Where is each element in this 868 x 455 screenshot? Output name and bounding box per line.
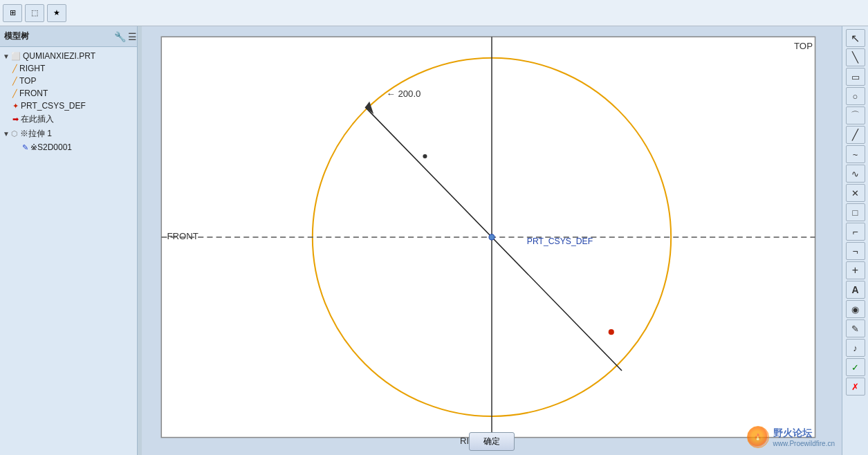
front-plane-icon: ╱ [12,89,17,98]
text-tool-btn[interactable]: A [846,281,865,299]
csys-label: PRT_CSYS_DEF [21,101,86,111]
tree-settings-icon[interactable]: 🔧 [114,31,126,42]
watermark-logo: 🔥 [747,426,769,448]
extrude-label: ※拉伸 1 [20,128,52,140]
curve-tool-btn[interactable]: ∿ [846,165,865,183]
label-prt-csys: PRT_CSYS_DEF [527,236,593,246]
spline1-tool-btn[interactable]: ╱ [846,126,865,144]
right-toolbar: ↖ ╲ ▭ ○ ⌒ ╱ ~ ∿ ✕ □ ⌐ ⌐ + A ◉ ✎ ♪ ✓ ✗ [842,26,868,455]
label-front: FRONT [167,231,198,241]
select-tool-btn[interactable]: ↖ [846,29,865,47]
watermark-logo-text: 🔥 [754,434,761,440]
tree-item-extrude[interactable]: ▼ ⬡ ※拉伸 1 [0,127,141,141]
plus-tool-btn[interactable]: + [846,261,865,279]
label-top: TOP [794,41,813,51]
insert-icon: ➡ [12,115,19,124]
tree-item-csys[interactable]: ✦ PRT_CSYS_DEF [0,100,141,112]
palette-tool-btn[interactable]: ◉ [846,300,865,318]
wave-tool-btn[interactable]: ♪ [846,339,865,357]
toolbar-grid-btn[interactable]: ⊞ [3,4,22,22]
spline2-tool-btn[interactable]: ~ [846,145,865,163]
top-toolbar: ⊞ ⬚ ★ [0,0,868,26]
edit-tool-btn[interactable]: ✎ [846,319,865,337]
tree-item-right[interactable]: ╱ RIGHT [0,62,141,75]
dimension-label: ← 200.0 [387,89,421,99]
tree-content: ▼ ⬜ QUMIANXIEZI.PRT ╱ RIGHT ╱ TOP ╱ FRON… [0,47,141,455]
top-label: TOP [19,76,36,86]
confirm-button[interactable]: 确定 [469,432,515,451]
root-label: QUMIANXIEZI.PRT [23,51,95,61]
drawing-svg: TOP RIGHT FRONT PRT_CSYS_DEF ← 200.0 [142,26,842,455]
canvas-area: TOP RIGHT FRONT PRT_CSYS_DEF ← 200.0 [142,26,842,455]
arc-tool-btn[interactable]: ⌒ [846,106,865,124]
left-sidebar: 模型树 🔧 ☰ ▼ ⬜ QUMIANXIEZI.PRT ╱ RIGHT [0,26,142,455]
extrude-icon: ⬡ [11,129,18,138]
bracket1-tool-btn[interactable]: ⌐ [846,223,865,241]
insert-label: 在此插入 [21,113,54,125]
line-tool-btn[interactable]: ╲ [846,48,865,66]
svg-point-7 [423,154,427,158]
tree-menu-icon[interactable]: ☰ [128,31,137,42]
main-layout: 模型树 🔧 ☰ ▼ ⬜ QUMIANXIEZI.PRT ╱ RIGHT [0,26,868,455]
expand-root: ▼ [3,53,10,60]
bracket2-tool-btn[interactable]: ⌐ [846,242,865,260]
svg-rect-0 [161,37,815,437]
tree-item-front[interactable]: ╱ FRONT [0,87,141,100]
close-tool-btn[interactable]: ✗ [846,378,865,396]
expand-extrude: ▼ [3,130,10,138]
sketch-icon: ✎ [22,143,28,152]
sidebar-resize-handle[interactable] [137,26,142,455]
circle-tool-btn[interactable]: ○ [846,87,865,105]
tree-item-top[interactable]: ╱ TOP [0,75,141,87]
bottom-btn-area: 确定 [469,432,515,451]
watermark: 🔥 野火论坛 www.Proewildfire.cn [747,426,835,448]
svg-point-5 [489,234,495,240]
cross-tool-btn[interactable]: ✕ [846,184,865,202]
watermark-url: www.Proewildfire.cn [773,440,835,447]
front-label: FRONT [19,89,48,98]
top-plane-icon: ╱ [12,77,17,86]
sketch-label: ※S2D0001 [30,142,72,152]
watermark-text-block: 野火论坛 www.Proewildfire.cn [773,427,835,447]
watermark-site: 野火论坛 [773,427,835,440]
toolbar-star-btn[interactable]: ★ [47,4,66,22]
tree-header-label: 模型树 [4,30,29,42]
check-tool-btn[interactable]: ✓ [846,358,865,376]
svg-point-6 [609,329,614,335]
root-icon: ⬜ [11,52,21,61]
tree-item-sketch[interactable]: ✎ ※S2D0001 [0,141,141,154]
square-tool-btn[interactable]: □ [846,203,865,221]
rectangle-tool-btn[interactable]: ▭ [846,68,865,86]
tree-header: 模型树 🔧 ☰ [0,26,141,47]
csys-icon: ✦ [12,102,19,111]
tree-item-insert[interactable]: ➡ 在此插入 [0,112,141,127]
tree-item-root[interactable]: ▼ ⬜ QUMIANXIEZI.PRT [0,50,141,62]
right-label: RIGHT [19,64,45,73]
right-plane-icon: ╱ [12,64,17,73]
toolbar-copy-btn[interactable]: ⬚ [25,4,44,22]
